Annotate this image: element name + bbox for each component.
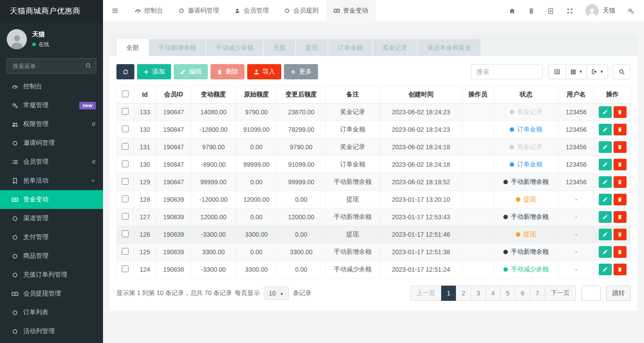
delete-button[interactable]: 删除	[210, 64, 245, 79]
row-edit-button[interactable]	[599, 141, 612, 153]
row-edit-button[interactable]	[599, 264, 612, 275]
tab-奖金记录[interactable]: 奖金记录	[373, 39, 417, 56]
detail-view-button[interactable]	[548, 64, 566, 79]
nav-item-控制台[interactable]: 控制台	[127, 0, 171, 22]
table-row[interactable]: 12919084799999.000.0099999.00手动新增余额2023-…	[117, 174, 631, 191]
add-button[interactable]: 添加	[137, 64, 171, 79]
edit-button[interactable]: 编辑	[174, 64, 208, 79]
sidebar-item-资金变动[interactable]: 资金变动	[0, 190, 103, 209]
row-edit-button[interactable]	[599, 176, 612, 188]
table-row[interactable]: 12719083912000.000.0012000.00手动新增余额2023-…	[117, 208, 631, 226]
sidebar-item-活动列管理[interactable]: 活动列管理	[0, 322, 103, 341]
tab-手动减少余额[interactable]: 手动减少余额	[206, 39, 263, 56]
import-button[interactable]: 导入	[247, 64, 281, 79]
sidebar-item-充值订单列管理[interactable]: 充值订单列管理	[0, 265, 103, 284]
page-button-4[interactable]: 4	[485, 286, 501, 301]
select-all-checkbox[interactable]	[122, 91, 129, 97]
row-delete-button[interactable]	[614, 194, 627, 205]
sidebar-item-渠道管理[interactable]: 渠道管理	[0, 209, 103, 228]
row-checkbox[interactable]	[122, 230, 129, 237]
sidebar-item-常规管理[interactable]: 常规管理new	[0, 96, 103, 115]
row-delete-button[interactable]	[614, 211, 627, 223]
row-delete-button[interactable]	[614, 176, 627, 188]
row-delete-button[interactable]	[614, 124, 627, 135]
sidebar-search-input[interactable]	[7, 58, 96, 74]
row-checkbox[interactable]	[122, 178, 129, 185]
page-button-5[interactable]: 5	[500, 286, 515, 301]
nav-item-会员管理[interactable]: 会员管理	[227, 0, 276, 22]
refresh-button[interactable]	[116, 64, 134, 79]
row-delete-button[interactable]	[614, 264, 627, 275]
tab-充值[interactable]: 充值	[264, 39, 295, 56]
page-button-3[interactable]: 3	[471, 286, 486, 301]
row-delete-button[interactable]	[614, 246, 627, 258]
sidebar-item-权限管理[interactable]: 权限管理	[0, 115, 103, 134]
row-delete-button[interactable]	[614, 229, 627, 240]
row-checkbox[interactable]	[122, 161, 129, 167]
tab-订单金额[interactable]: 订单金额	[328, 39, 372, 56]
settings-gears-icon[interactable]	[621, 0, 640, 22]
table-row[interactable]: 126190839-3300.003300.000.00提现2023-01-17…	[117, 226, 631, 243]
page-button-6[interactable]: 6	[515, 286, 530, 301]
row-checkbox[interactable]	[122, 213, 129, 220]
sidebar-item-会员提现管理[interactable]: 会员提现管理	[0, 284, 103, 303]
page-button-7[interactable]: 7	[530, 286, 545, 301]
row-edit-button[interactable]	[599, 106, 612, 118]
tab-返还本金和奖金[interactable]: 返还本金和奖金	[418, 39, 481, 56]
sidebar-item-商品管理[interactable]: 商品管理	[0, 247, 103, 265]
row-edit-button[interactable]	[599, 246, 612, 258]
sidebar-item-控制台[interactable]: 控制台	[0, 77, 103, 96]
tab-手动新增余额[interactable]: 手动新增余额	[149, 39, 206, 56]
row-delete-button[interactable]	[614, 159, 627, 170]
table-row[interactable]: 124190838-3300.003300.000.00手动减少余额2023-0…	[117, 261, 631, 278]
nav-item-资金变动[interactable]: 资金变动	[326, 0, 376, 22]
jump-button[interactable]: 跳转	[606, 286, 631, 301]
row-delete-button[interactable]	[614, 141, 627, 153]
row-edit-button[interactable]	[599, 229, 612, 240]
table-row[interactable]: 130190847-8900.0099999.0091099.00订单金额202…	[117, 156, 631, 174]
row-checkbox[interactable]	[122, 143, 129, 150]
sidebar-item-邀请码管理[interactable]: 邀请码管理	[0, 134, 103, 152]
page-button-2[interactable]: 2	[456, 286, 471, 301]
sidebar-item-支付管理[interactable]: 支付管理	[0, 228, 103, 247]
table-row[interactable]: 1251908393300.000.003300.00手动新增余额2023-01…	[117, 243, 631, 261]
row-checkbox[interactable]	[122, 126, 129, 132]
row-edit-button[interactable]	[599, 211, 612, 223]
fullscreen-icon[interactable]	[560, 0, 580, 22]
search-icon[interactable]	[85, 62, 92, 69]
tab-提现[interactable]: 提现	[296, 39, 327, 56]
page-size-dropdown[interactable]: 10 ▲	[264, 287, 289, 300]
prev-page-button[interactable]: 上一页	[410, 286, 442, 301]
table-search-input[interactable]	[471, 64, 543, 79]
home-icon[interactable]	[502, 0, 522, 22]
language-icon[interactable]: A	[541, 0, 560, 22]
search-button[interactable]	[613, 64, 631, 79]
sidebar-item-订单列表[interactable]: 订单列表	[0, 303, 103, 322]
table-row[interactable]: 1311908479790.000.009790.00奖金记录2023-06-0…	[117, 139, 631, 156]
row-edit-button[interactable]	[599, 194, 612, 205]
row-checkbox[interactable]	[122, 265, 129, 272]
next-page-button[interactable]: 下一页	[545, 286, 576, 301]
nav-item-邀请码管理[interactable]: 邀请码管理	[171, 0, 227, 22]
columns-button[interactable]: ▼	[566, 64, 587, 79]
jump-page-input[interactable]	[582, 286, 601, 301]
nav-item-会员规则[interactable]: 会员规则	[276, 0, 326, 22]
table-row[interactable]: 13319084714080.009790.0023870.00奖金记录2023…	[117, 104, 631, 121]
row-checkbox[interactable]	[122, 248, 129, 255]
export-button[interactable]: ▼	[587, 64, 608, 79]
row-delete-button[interactable]	[614, 106, 627, 118]
table-row[interactable]: 132190847-12800.0091099.0078299.00订单金额20…	[117, 121, 631, 139]
sidebar-toggle-button[interactable]	[103, 0, 127, 22]
user-menu[interactable]: 天猫	[580, 0, 621, 22]
row-checkbox[interactable]	[122, 195, 129, 202]
page-button-1[interactable]: 1	[441, 286, 456, 301]
trash-icon[interactable]	[522, 0, 541, 22]
tab-全部[interactable]: 全部	[117, 39, 148, 56]
row-edit-button[interactable]	[599, 159, 612, 170]
table-row[interactable]: 128190839-12000.0012000.000.00提现2023-01-…	[117, 191, 631, 208]
row-edit-button[interactable]	[599, 124, 612, 135]
row-checkbox[interactable]	[122, 108, 129, 115]
sidebar-item-抢单活动[interactable]: 抢单活动	[0, 171, 103, 190]
sidebar-item-会员管理[interactable]: 会员管理	[0, 152, 103, 171]
more-button[interactable]: 更多	[284, 64, 318, 79]
